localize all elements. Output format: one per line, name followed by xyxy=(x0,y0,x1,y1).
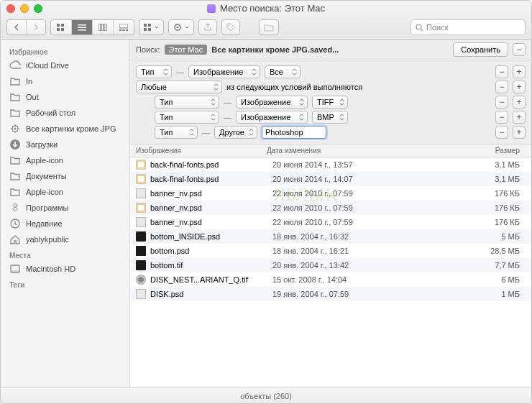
search-field[interactable]: Поиск xyxy=(411,19,526,35)
tags-button[interactable] xyxy=(221,19,240,35)
criteria-value-select[interactable]: BMP xyxy=(312,111,348,124)
criteria-type-select[interactable]: Тип xyxy=(155,96,219,109)
add-criteria-button[interactable]: + xyxy=(513,111,526,124)
nav-buttons xyxy=(6,19,46,35)
criteria-row-3: Тип — Изображение TIFF − + xyxy=(136,96,526,109)
table-row[interactable]: back-final-fonts.psd20 июня 2014 г., 14:… xyxy=(130,172,531,186)
remove-criteria-button[interactable]: − xyxy=(495,126,508,139)
action-button[interactable] xyxy=(168,19,194,35)
sidebar-item[interactable]: Apple-icon xyxy=(1,152,129,168)
criteria-kind-select[interactable]: Изображение xyxy=(188,65,260,78)
criteria-value-select[interactable]: Все xyxy=(265,65,301,78)
criteria-row-4: Тип — Изображение BMP − + xyxy=(136,111,526,124)
svg-point-23 xyxy=(14,128,17,130)
table-row[interactable]: back-final-fonts.psd20 июня 2014 г., 13:… xyxy=(130,157,531,172)
sidebar-item[interactable]: yablykpublic xyxy=(1,231,129,247)
add-criteria-button[interactable]: + xyxy=(513,96,526,109)
svg-rect-12 xyxy=(123,29,125,31)
table-row[interactable]: DISK_NEST...ARIANT_Q.tif15 окт. 2008 г.,… xyxy=(130,272,531,287)
svg-rect-0 xyxy=(57,24,60,27)
criteria-any-select[interactable]: Любые xyxy=(136,81,222,93)
column-view-button[interactable] xyxy=(93,20,114,35)
sidebar-header-favorites: Избранное xyxy=(1,44,129,58)
table-row[interactable]: banner_nv.psd22 июля 2010 г., 07:59176 К… xyxy=(130,186,531,201)
toolbar: Поиск xyxy=(1,17,531,39)
share-button[interactable] xyxy=(198,19,217,35)
list-view-button[interactable] xyxy=(72,20,93,35)
collapse-criteria-button[interactable]: − xyxy=(513,43,526,56)
sidebar-item[interactable]: In xyxy=(1,73,129,89)
back-button[interactable] xyxy=(7,20,27,35)
criteria-text-input[interactable] xyxy=(262,126,326,139)
criteria-kind-select[interactable]: Изображение xyxy=(236,96,308,109)
remove-criteria-button[interactable]: − xyxy=(495,65,508,78)
sidebar-item[interactable]: Документы xyxy=(1,168,129,184)
sidebar-item[interactable]: Загрузки xyxy=(1,137,129,152)
svg-rect-3 xyxy=(61,28,64,31)
new-folder-button[interactable] xyxy=(259,19,279,35)
svg-rect-10 xyxy=(119,24,128,28)
main-area: Поиск: Этот Мас Все картинки кроме JPG.s… xyxy=(130,40,531,387)
col-name[interactable]: Изображения xyxy=(130,147,267,155)
add-criteria-button[interactable]: + xyxy=(513,81,526,93)
criteria-kind-select[interactable]: Изображение xyxy=(236,111,308,124)
table-row[interactable]: bottom.tif20 янв. 2004 г., 13:427,7 МБ xyxy=(130,258,531,272)
remove-criteria-button[interactable]: − xyxy=(495,111,508,124)
criteria-row-5: Тип — Другое − + xyxy=(136,126,526,139)
col-size[interactable]: Размер xyxy=(389,147,531,155)
table-row[interactable]: bottom_INSIDE.psd18 янв. 2004 г., 16:325… xyxy=(130,229,531,244)
sidebar-item[interactable]: Out xyxy=(1,89,129,105)
col-date[interactable]: Дата изменения xyxy=(267,147,389,155)
sidebar-header-tags: Теги xyxy=(1,277,129,290)
icon-view-button[interactable] xyxy=(51,20,72,35)
remove-criteria-button[interactable]: − xyxy=(495,81,508,93)
criteria-type-select[interactable]: Тип xyxy=(136,65,172,78)
sidebar-place[interactable]: Macintosh HD xyxy=(1,261,129,277)
table-row[interactable]: DISK.psd19 янв. 2004 г., 07:591 МБ xyxy=(130,287,531,301)
table-row[interactable]: banner_nv.psd22 июля 2010 г., 07:59176 К… xyxy=(130,215,531,229)
table-row[interactable]: banner_nv.psd22 июля 2010 г., 07:59176 К… xyxy=(130,201,531,215)
sidebar-item[interactable]: Рабочий стол xyxy=(1,105,129,121)
remove-criteria-button[interactable]: − xyxy=(495,96,508,109)
svg-rect-9 xyxy=(104,24,106,31)
file-list: back-final-fonts.psd20 июня 2014 г., 13:… xyxy=(130,157,531,387)
svg-rect-13 xyxy=(126,29,128,31)
minimize-button[interactable] xyxy=(20,4,29,13)
zoom-button[interactable] xyxy=(34,4,42,13)
sidebar-item[interactable]: Программы xyxy=(1,200,129,216)
add-criteria-button[interactable]: + xyxy=(513,65,526,78)
criteria-type-select[interactable]: Тип xyxy=(155,126,198,139)
svg-point-21 xyxy=(416,24,421,29)
table-row[interactable]: bottom.psd18 янв. 2004 г., 16:2128,5 МБ xyxy=(130,244,531,258)
finder-window: Место поиска: Этот Мас xyxy=(0,0,532,404)
sidebar-item[interactable]: Apple-icon xyxy=(1,184,129,200)
svg-rect-7 xyxy=(98,24,101,31)
scope-saved[interactable]: Все картинки кроме JPG.saved... xyxy=(211,45,339,54)
svg-rect-4 xyxy=(78,24,86,26)
criteria-type-select[interactable]: Тип xyxy=(155,111,219,124)
svg-rect-14 xyxy=(144,24,147,27)
sidebar-item[interactable]: Недавние xyxy=(1,216,129,231)
column-headers: Изображения Дата изменения Размер xyxy=(130,144,531,157)
svg-rect-1 xyxy=(61,24,64,27)
gallery-view-button[interactable] xyxy=(114,20,134,35)
folder-proxy-icon[interactable] xyxy=(207,4,216,13)
criteria-row-1: Тип — Изображение Все − + xyxy=(136,65,526,78)
traffic-lights xyxy=(6,4,42,13)
criteria-other-select[interactable]: Другое xyxy=(214,126,257,139)
close-button[interactable] xyxy=(6,4,15,13)
titlebar: Место поиска: Этот Мас xyxy=(1,1,531,40)
forward-button[interactable] xyxy=(27,20,45,35)
svg-rect-15 xyxy=(148,24,151,27)
add-criteria-button[interactable]: + xyxy=(513,126,526,139)
search-scope-bar: Поиск: Этот Мас Все картинки кроме JPG.s… xyxy=(130,40,531,60)
scope-thismac[interactable]: Этот Мас xyxy=(165,45,208,55)
arrange-button[interactable] xyxy=(139,19,164,35)
save-button[interactable]: Сохранить xyxy=(453,42,508,57)
sidebar-item[interactable]: Все картинки кроме JPG xyxy=(1,121,129,137)
view-switcher xyxy=(50,19,134,35)
criteria-value-select[interactable]: TIFF xyxy=(312,96,348,109)
sidebar-header-places: Места xyxy=(1,247,129,261)
sidebar-item[interactable]: iCloud Drive xyxy=(1,58,129,73)
svg-point-19 xyxy=(177,27,179,29)
